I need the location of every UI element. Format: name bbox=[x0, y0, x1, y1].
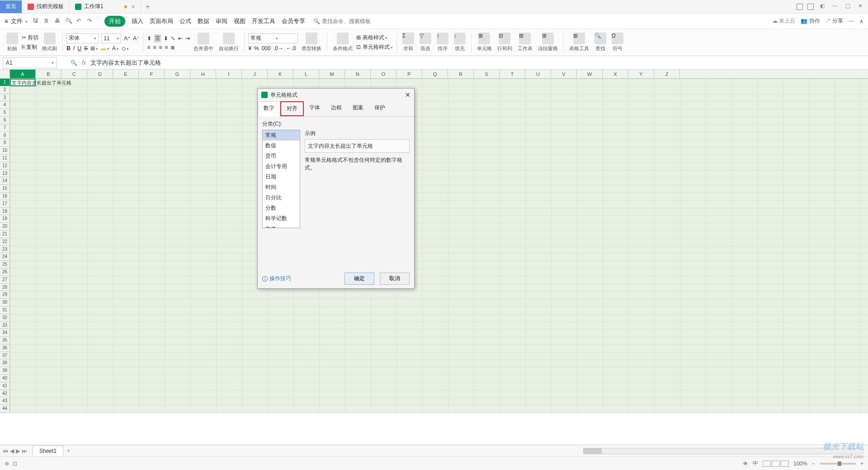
font-color-button[interactable]: A▾ bbox=[112, 45, 119, 52]
row-header-32[interactable]: 32 bbox=[0, 314, 9, 322]
tips-link[interactable]: i 操作技巧 bbox=[262, 275, 291, 282]
col-header-H[interactable]: H bbox=[190, 70, 216, 78]
undo-icon[interactable]: ↶ bbox=[76, 18, 84, 25]
merge-icon[interactable] bbox=[198, 33, 209, 44]
copy-button[interactable]: ⎘ 复制 bbox=[22, 43, 38, 51]
col-header-J[interactable]: J bbox=[242, 70, 268, 78]
page-view-icon[interactable] bbox=[772, 461, 780, 467]
row-header-31[interactable]: 31 bbox=[0, 306, 9, 314]
row-header-43[interactable]: 43 bbox=[0, 397, 9, 405]
align-bottom-icon[interactable]: ⬇ bbox=[164, 35, 168, 42]
col-header-K[interactable]: K bbox=[268, 70, 293, 78]
symbol-icon[interactable]: Ω bbox=[612, 33, 623, 44]
col-header-V[interactable]: V bbox=[551, 70, 577, 78]
lang-indicator[interactable]: 中 bbox=[753, 460, 758, 467]
col-header-Q[interactable]: Q bbox=[422, 70, 448, 78]
col-header-O[interactable]: O bbox=[371, 70, 396, 78]
row-header-29[interactable]: 29 bbox=[0, 291, 9, 299]
break-view-icon[interactable] bbox=[781, 461, 789, 467]
row-header-42[interactable]: 42 bbox=[0, 390, 9, 398]
saveas-icon[interactable]: 🗎 bbox=[44, 18, 51, 25]
align-top-icon[interactable]: ⬆ bbox=[147, 35, 151, 42]
row-header-1[interactable]: 1 bbox=[0, 79, 9, 86]
rowcol-icon[interactable]: ⊟ bbox=[499, 33, 510, 44]
row-header-19[interactable]: 19 bbox=[0, 215, 9, 223]
tab-workbook[interactable]: 工作簿1 × bbox=[70, 0, 141, 13]
row-header-22[interactable]: 22 bbox=[0, 238, 9, 246]
currency-icon[interactable]: ¥ bbox=[248, 45, 251, 52]
share-button[interactable]: ↗ 分享 bbox=[826, 17, 843, 25]
tab-view[interactable]: 视图 bbox=[234, 17, 245, 25]
sheet-prev-icon[interactable]: ◀ bbox=[10, 448, 14, 454]
tab-layout[interactable]: 页面布局 bbox=[150, 17, 173, 25]
zoom-out-icon[interactable]: − bbox=[812, 461, 815, 467]
filter-icon[interactable]: ▽ bbox=[420, 33, 431, 44]
category-item[interactable]: 货币 bbox=[263, 151, 300, 161]
col-header-E[interactable]: E bbox=[113, 70, 139, 78]
search-box[interactable]: 🔍 bbox=[313, 18, 385, 24]
col-header-N[interactable]: N bbox=[345, 70, 371, 78]
preview-icon[interactable]: 🔍 bbox=[66, 18, 73, 25]
cut-button[interactable]: ✂ 剪切 bbox=[22, 34, 38, 42]
cancel-button[interactable]: 取消 bbox=[380, 273, 410, 285]
row-header-44[interactable]: 44 bbox=[0, 405, 9, 413]
dec-decimal-icon[interactable]: ←.0 bbox=[286, 45, 296, 52]
row-header-11[interactable]: 11 bbox=[0, 155, 9, 162]
sort-icon[interactable]: ↕ bbox=[437, 33, 448, 44]
row-header-20[interactable]: 20 bbox=[0, 223, 9, 230]
tab-formula[interactable]: 公式 bbox=[179, 17, 191, 25]
indent-right-icon[interactable]: ⇥ bbox=[185, 35, 190, 42]
border-button[interactable]: ⊞▾ bbox=[90, 45, 98, 52]
wrap-icon[interactable] bbox=[223, 33, 235, 44]
row-header-27[interactable]: 27 bbox=[0, 276, 9, 284]
category-item[interactable]: 文本 bbox=[263, 224, 300, 228]
percent-icon[interactable]: % bbox=[254, 45, 259, 52]
status-icon-2[interactable]: ⊡ bbox=[13, 461, 17, 467]
close-window-icon[interactable]: ✕ bbox=[856, 3, 864, 11]
close-icon[interactable]: × bbox=[132, 3, 135, 10]
fx-icon[interactable]: fx bbox=[82, 60, 86, 66]
paste-icon[interactable] bbox=[6, 33, 18, 44]
row-header-3[interactable]: 3 bbox=[0, 94, 9, 102]
fill-icon[interactable]: ↓ bbox=[454, 33, 466, 44]
category-item[interactable]: 常规 bbox=[263, 130, 300, 141]
cell-a1[interactable]: 文字内容太长超出了单元格 bbox=[10, 79, 36, 86]
strike-button[interactable]: S bbox=[84, 45, 88, 52]
dialog-titlebar[interactable]: 单元格格式 ✕ bbox=[258, 89, 414, 101]
align-justify-icon[interactable]: ≡ bbox=[165, 44, 168, 51]
row-header-15[interactable]: 15 bbox=[0, 185, 9, 193]
clear-format-button[interactable]: ◇▾ bbox=[122, 45, 129, 52]
user-icon[interactable]: ◐ bbox=[818, 3, 826, 11]
status-icon-1[interactable]: ⊕ bbox=[5, 461, 9, 467]
search-input[interactable] bbox=[322, 18, 385, 24]
dialog-close-icon[interactable]: ✕ bbox=[405, 91, 410, 99]
cancel-fx-icon[interactable]: 🔍 bbox=[71, 60, 77, 66]
row-header-7[interactable]: 7 bbox=[0, 124, 9, 132]
number-format-select[interactable]: 常规▾ bbox=[248, 33, 298, 43]
col-header-T[interactable]: T bbox=[500, 70, 525, 78]
category-list[interactable]: 常规数值货币会计专用日期时间百分比分数科学记数文本特殊自定义 bbox=[262, 130, 300, 228]
dtab-align[interactable]: 对齐 bbox=[280, 101, 304, 116]
select-all-corner[interactable] bbox=[0, 70, 10, 79]
row-header-13[interactable]: 13 bbox=[0, 170, 9, 178]
fill-color-button[interactable]: ▬▾ bbox=[101, 45, 109, 52]
normal-view-icon[interactable] bbox=[763, 461, 771, 467]
freeze-icon[interactable]: ⊞ bbox=[542, 33, 554, 44]
tablestyle-button[interactable]: ⊞ 表格样式▾ bbox=[356, 34, 392, 42]
col-header-Z[interactable]: Z bbox=[654, 70, 680, 78]
dtab-protect[interactable]: 保护 bbox=[369, 101, 391, 116]
row-header-4[interactable]: 4 bbox=[0, 101, 9, 109]
col-header-M[interactable]: M bbox=[319, 70, 345, 78]
bold-button[interactable]: B bbox=[66, 45, 71, 52]
col-header-P[interactable]: P bbox=[396, 70, 422, 78]
align-right-icon[interactable]: ≡ bbox=[159, 44, 162, 51]
sheet-next-icon[interactable]: ▶ bbox=[16, 448, 20, 454]
name-box[interactable]: A1▾ bbox=[3, 57, 57, 68]
row-header-25[interactable]: 25 bbox=[0, 261, 9, 268]
row-header-33[interactable]: 33 bbox=[0, 322, 9, 329]
row-header-35[interactable]: 35 bbox=[0, 337, 9, 344]
font-size-select[interactable]: 11▾ bbox=[101, 33, 121, 43]
sheet-icon[interactable]: ⊞ bbox=[519, 33, 531, 44]
collapse-icon[interactable]: ∧ bbox=[859, 18, 863, 24]
collab-button[interactable]: 👥 协作 bbox=[801, 17, 820, 25]
